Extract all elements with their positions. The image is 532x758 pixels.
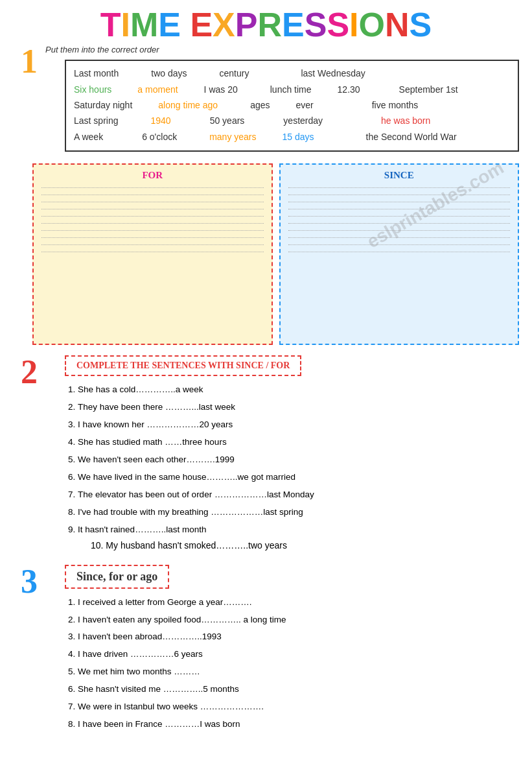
sentence-2-4: She has studied math ……three hours <box>78 435 519 450</box>
for-line-7 <box>41 230 264 231</box>
sentence-2-9: It hasn't rained………..last month <box>78 523 519 538</box>
for-line-1 <box>41 187 264 188</box>
sentence-list-2: She has a cold…………..a week They have bee… <box>65 383 519 537</box>
for-since-container: FOR SINCE <box>32 163 519 345</box>
since-line-5 <box>288 216 511 217</box>
since-box: SINCE <box>279 163 520 345</box>
title-letter-E: E <box>158 6 181 43</box>
title-letter-O: O <box>359 6 385 43</box>
sentence-2-3: I have known her ………………20 years <box>78 418 519 432</box>
since-line-9 <box>288 244 511 245</box>
title-letter-E2: E <box>190 6 213 43</box>
number-3: 3 <box>13 565 45 598</box>
sentence-3-3: I haven't been abroad…………..1993 <box>78 630 519 645</box>
title-letter-S2: S <box>327 6 349 43</box>
word-second-world-war: the Second World War <box>366 130 457 144</box>
word-yesterday: yesterday <box>283 113 323 128</box>
section3-sentences: I received a letter from George a year……… <box>65 595 519 733</box>
sentence-3-8: I have been in France …………I was born <box>78 717 519 732</box>
for-header: FOR <box>39 170 266 181</box>
title-letter-I: I <box>121 6 130 43</box>
word-a-week: A week <box>74 130 103 144</box>
word-15-days: 15 days <box>283 130 314 144</box>
word-he-was-born: he was born <box>381 113 430 128</box>
title-letter-I2: I <box>349 6 358 43</box>
word-two-days: two days <box>151 66 187 80</box>
since-line-7 <box>288 230 511 231</box>
section1-content: Put them into the correct order Last mon… <box>45 45 519 160</box>
word-september: September 1st <box>399 82 458 97</box>
for-line-6 <box>41 223 264 224</box>
sentence-2-2: They have been there ………...last week <box>78 400 519 415</box>
word-along-time-ago: along time ago <box>158 98 218 112</box>
word-last-month: Last month <box>74 66 119 80</box>
section2-header: COMPLETE THE SENTENCES WITH SINCE / FOR <box>65 355 519 376</box>
section2-sentences: She has a cold…………..a week They have bee… <box>65 383 519 550</box>
word-6-oclock: 6 o'clock <box>142 130 177 144</box>
word-row-4: Last spring 1940 50 years yesterday he w… <box>74 113 510 128</box>
sentence-3-2: I haven't eaten any spoiled food………….. a… <box>78 613 519 628</box>
word-row-3: Saturday night along time ago ages ever … <box>74 98 510 112</box>
sentence-3-7: We were in Istanbul two weeks …………………. <box>78 700 519 715</box>
sentence-list-3: I received a letter from George a year……… <box>65 595 519 733</box>
section3-header: Since, for or ago <box>65 565 519 589</box>
sentence-3-5: We met him two months ……… <box>78 665 519 680</box>
section1-subtitle: Put them into the correct order <box>45 45 519 54</box>
word-last-spring: Last spring <box>74 113 118 128</box>
since-line-3 <box>288 202 511 202</box>
title-letter-S: S <box>305 6 327 43</box>
title-letter-N: N <box>385 6 410 43</box>
word-ever: ever <box>296 98 314 112</box>
title-letter-S3: S <box>410 6 432 43</box>
section1-number-area: 1 <box>13 45 45 78</box>
since-line-6 <box>288 223 511 224</box>
section3-row: 3 Since, for or ago I received a letter … <box>13 565 519 735</box>
word-many-years: many years <box>209 130 256 144</box>
number-1: 1 <box>13 45 45 78</box>
number-2: 2 <box>13 355 45 389</box>
sentence-2-8: I've had trouble with my breathing ……………… <box>78 505 519 520</box>
since-line-10 <box>288 252 511 252</box>
sentence-2-1: She has a cold…………..a week <box>78 383 519 397</box>
since-line-4 <box>288 209 511 209</box>
since-header: SINCE <box>286 170 513 181</box>
word-century: century <box>220 66 249 80</box>
section2-title: COMPLETE THE SENTENCES WITH SINCE / FOR <box>65 355 301 376</box>
word-a-moment: a moment <box>137 82 178 97</box>
title-section: TIME EXPRESSIONS <box>13 6 519 43</box>
word-bank: Last month two days century last Wednesd… <box>65 60 519 152</box>
word-row-1: Last month two days century last Wednesd… <box>74 66 510 80</box>
sentence-2-5: We haven't seen each other……….1999 <box>78 453 519 468</box>
word-saturday-night: Saturday night <box>74 98 132 112</box>
main-title: TIME EXPRESSIONS <box>13 6 519 43</box>
word-12-30: 12.30 <box>338 82 360 97</box>
for-line-4 <box>41 209 264 209</box>
section2-content: COMPLETE THE SENTENCES WITH SINCE / FOR … <box>45 355 519 560</box>
section3-title: Since, for or ago <box>65 565 169 589</box>
word-lunch-time: lunch time <box>270 82 312 97</box>
for-line-10 <box>41 252 264 252</box>
title-letter-T: T <box>100 6 121 43</box>
sentence-3-1: I received a letter from George a year……… <box>78 595 519 610</box>
title-letter-P: P <box>235 6 258 43</box>
for-box: FOR <box>32 163 273 345</box>
sentence-2-10: 10. My husband hasn't smoked………..two yea… <box>65 540 519 551</box>
word-row-2: Six hours a moment I was 20 lunch time 1… <box>74 82 510 97</box>
word-last-wednesday: last Wednesday <box>301 66 365 80</box>
section3-content: Since, for or ago I received a letter fr… <box>45 565 519 735</box>
for-line-2 <box>41 195 264 195</box>
word-six-hours: Six hours <box>74 82 111 97</box>
sentence-3-4: I have driven ……………6 years <box>78 647 519 662</box>
title-letter-R: R <box>257 6 282 43</box>
word-1940: 1940 <box>150 113 170 128</box>
sentence-2-7: The elevator has been out of order ……………… <box>78 488 519 503</box>
title-letter-M: M <box>130 6 158 43</box>
word-five-months: five months <box>372 98 419 112</box>
for-line-9 <box>41 244 264 245</box>
section2-row: 2 COMPLETE THE SENTENCES WITH SINCE / FO… <box>13 355 519 560</box>
since-line-8 <box>288 237 511 238</box>
title-letter-E3: E <box>282 6 305 43</box>
for-line-5 <box>41 216 264 217</box>
for-line-8 <box>41 237 264 238</box>
word-i-was-20: I was 20 <box>204 82 238 97</box>
